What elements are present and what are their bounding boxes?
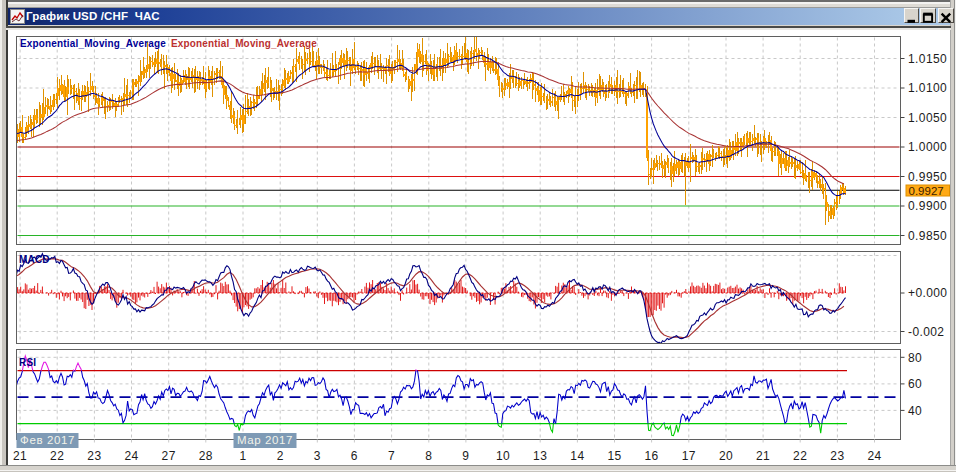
svg-text:24: 24	[867, 449, 881, 463]
svg-text:1.0100: 1.0100	[908, 81, 947, 95]
svg-text:1.0150: 1.0150	[908, 52, 947, 66]
svg-text:40: 40	[908, 404, 922, 418]
svg-text:80: 80	[908, 351, 922, 365]
svg-text:20: 20	[719, 449, 733, 463]
svg-text:1: 1	[239, 449, 246, 463]
svg-text:24: 24	[124, 449, 138, 463]
svg-text:0.9927: 0.9927	[909, 185, 944, 197]
svg-text:RSI: RSI	[19, 357, 36, 368]
svg-text:+0.000: +0.000	[908, 286, 947, 300]
svg-text:9: 9	[462, 449, 469, 463]
svg-text:3: 3	[314, 449, 321, 463]
svg-text:0.9850: 0.9850	[908, 229, 947, 243]
svg-text:2: 2	[277, 449, 284, 463]
svg-text:Exponential_Moving_Average: Exponential_Moving_Average	[20, 38, 166, 49]
svg-text:21: 21	[756, 449, 770, 463]
svg-text:13: 13	[533, 449, 547, 463]
svg-text:7: 7	[388, 449, 395, 463]
svg-text:28: 28	[199, 449, 213, 463]
svg-text:22: 22	[50, 449, 64, 463]
svg-text:60: 60	[908, 377, 922, 391]
svg-text:16: 16	[645, 449, 659, 463]
svg-text:0.9900: 0.9900	[908, 199, 947, 213]
svg-text:23: 23	[87, 449, 101, 463]
svg-text:15: 15	[607, 449, 621, 463]
svg-text:17: 17	[682, 449, 696, 463]
svg-text:27: 27	[162, 449, 176, 463]
svg-text:Фев 2017: Фев 2017	[20, 434, 75, 446]
svg-text:22: 22	[793, 449, 807, 463]
svg-text:0.9950: 0.9950	[908, 170, 947, 184]
svg-text:6: 6	[351, 449, 358, 463]
svg-text:8: 8	[425, 449, 432, 463]
svg-text:10: 10	[496, 449, 510, 463]
svg-text:1.0050: 1.0050	[908, 111, 947, 125]
svg-text:14: 14	[570, 449, 584, 463]
svg-text:MACD: MACD	[19, 254, 50, 265]
svg-text:21: 21	[13, 449, 27, 463]
svg-text:-0.002: -0.002	[908, 325, 944, 339]
svg-text:Exponential_Moving_Average: Exponential_Moving_Average	[171, 38, 317, 49]
svg-text:Мар 2017: Мар 2017	[237, 434, 293, 446]
svg-text:1.0000: 1.0000	[908, 140, 947, 154]
svg-text:23: 23	[830, 449, 844, 463]
